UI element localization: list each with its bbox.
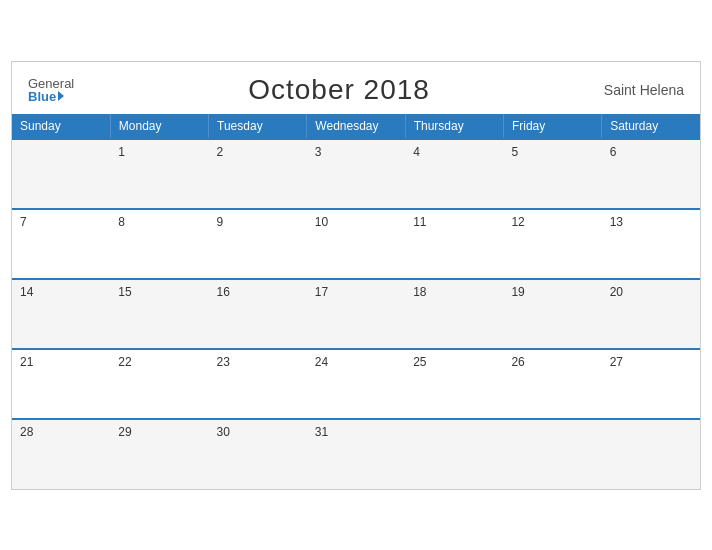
logo-triangle-icon — [58, 91, 64, 101]
calendar-day-cell: 31 — [307, 419, 405, 489]
calendar-day-cell: 5 — [503, 139, 601, 209]
calendar-week-row: 78910111213 — [12, 209, 700, 279]
logo-blue-container: Blue — [28, 90, 74, 103]
logo-blue-text: Blue — [28, 90, 56, 103]
calendar-day-cell: 18 — [405, 279, 503, 349]
day-number: 7 — [20, 215, 102, 229]
calendar-day-cell — [12, 139, 110, 209]
calendar-day-cell: 7 — [12, 209, 110, 279]
calendar-day-cell: 21 — [12, 349, 110, 419]
calendar-table: Sunday Monday Tuesday Wednesday Thursday… — [12, 114, 700, 489]
header-wednesday: Wednesday — [307, 114, 405, 139]
header-thursday: Thursday — [405, 114, 503, 139]
calendar-header: General Blue October 2018 Saint Helena — [12, 62, 700, 114]
day-number: 8 — [118, 215, 200, 229]
calendar-day-cell: 15 — [110, 279, 208, 349]
day-number: 10 — [315, 215, 397, 229]
calendar-day-cell: 11 — [405, 209, 503, 279]
day-number: 16 — [217, 285, 299, 299]
calendar-day-cell: 6 — [602, 139, 700, 209]
calendar-day-cell: 1 — [110, 139, 208, 209]
calendar-week-row: 28293031 — [12, 419, 700, 489]
day-number: 22 — [118, 355, 200, 369]
weekday-header-row: Sunday Monday Tuesday Wednesday Thursday… — [12, 114, 700, 139]
calendar-day-cell: 24 — [307, 349, 405, 419]
calendar-day-cell: 26 — [503, 349, 601, 419]
calendar-body: 1234567891011121314151617181920212223242… — [12, 139, 700, 489]
day-number: 20 — [610, 285, 692, 299]
calendar-day-cell: 25 — [405, 349, 503, 419]
day-number: 1 — [118, 145, 200, 159]
calendar-week-row: 123456 — [12, 139, 700, 209]
calendar-week-row: 14151617181920 — [12, 279, 700, 349]
calendar-thead: Sunday Monday Tuesday Wednesday Thursday… — [12, 114, 700, 139]
day-number: 31 — [315, 425, 397, 439]
day-number: 15 — [118, 285, 200, 299]
calendar-day-cell: 23 — [209, 349, 307, 419]
logo: General Blue — [28, 77, 74, 103]
day-number: 2 — [217, 145, 299, 159]
calendar-day-cell — [405, 419, 503, 489]
calendar-title: October 2018 — [248, 74, 430, 106]
day-number: 30 — [217, 425, 299, 439]
calendar-day-cell: 2 — [209, 139, 307, 209]
day-number: 12 — [511, 215, 593, 229]
day-number: 9 — [217, 215, 299, 229]
header-sunday: Sunday — [12, 114, 110, 139]
calendar-day-cell: 20 — [602, 279, 700, 349]
day-number: 19 — [511, 285, 593, 299]
day-number: 5 — [511, 145, 593, 159]
day-number: 26 — [511, 355, 593, 369]
calendar-day-cell: 12 — [503, 209, 601, 279]
day-number: 27 — [610, 355, 692, 369]
calendar-day-cell: 14 — [12, 279, 110, 349]
day-number: 3 — [315, 145, 397, 159]
calendar-day-cell: 4 — [405, 139, 503, 209]
calendar-day-cell: 13 — [602, 209, 700, 279]
calendar-day-cell: 29 — [110, 419, 208, 489]
calendar-day-cell: 3 — [307, 139, 405, 209]
header-saturday: Saturday — [602, 114, 700, 139]
calendar-day-cell: 22 — [110, 349, 208, 419]
logo-general-text: General — [28, 77, 74, 90]
day-number: 17 — [315, 285, 397, 299]
day-number: 6 — [610, 145, 692, 159]
calendar-day-cell: 9 — [209, 209, 307, 279]
day-number: 28 — [20, 425, 102, 439]
day-number: 14 — [20, 285, 102, 299]
day-number: 25 — [413, 355, 495, 369]
calendar-day-cell: 8 — [110, 209, 208, 279]
calendar-day-cell: 30 — [209, 419, 307, 489]
calendar-day-cell: 28 — [12, 419, 110, 489]
calendar-day-cell: 27 — [602, 349, 700, 419]
calendar-day-cell — [503, 419, 601, 489]
calendar-week-row: 21222324252627 — [12, 349, 700, 419]
header-friday: Friday — [503, 114, 601, 139]
calendar-day-cell: 19 — [503, 279, 601, 349]
day-number: 13 — [610, 215, 692, 229]
calendar-day-cell: 17 — [307, 279, 405, 349]
calendar-day-cell — [602, 419, 700, 489]
day-number: 4 — [413, 145, 495, 159]
day-number: 21 — [20, 355, 102, 369]
calendar: General Blue October 2018 Saint Helena S… — [11, 61, 701, 490]
day-number: 29 — [118, 425, 200, 439]
day-number: 11 — [413, 215, 495, 229]
region-label: Saint Helena — [604, 82, 684, 98]
day-number: 23 — [217, 355, 299, 369]
header-tuesday: Tuesday — [209, 114, 307, 139]
header-monday: Monday — [110, 114, 208, 139]
calendar-day-cell: 10 — [307, 209, 405, 279]
day-number: 18 — [413, 285, 495, 299]
day-number: 24 — [315, 355, 397, 369]
calendar-day-cell: 16 — [209, 279, 307, 349]
